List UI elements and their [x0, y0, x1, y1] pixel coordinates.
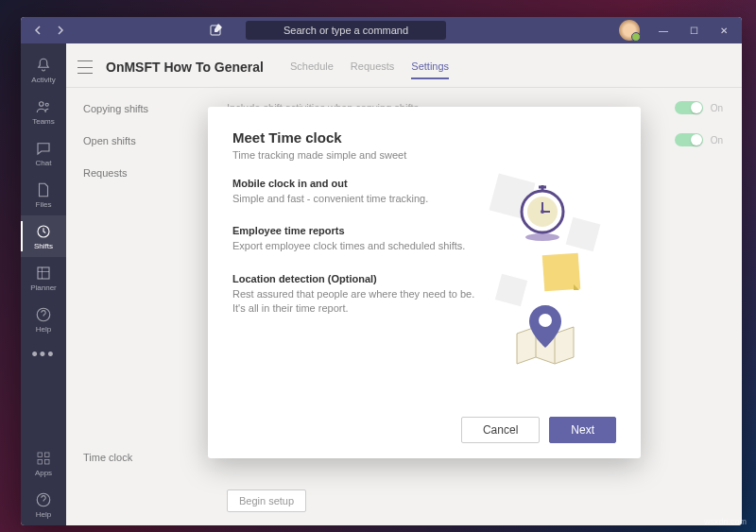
- rail-help-top[interactable]: Help: [21, 299, 66, 340]
- tab-requests[interactable]: Requests: [351, 55, 394, 79]
- teams-icon: [35, 98, 52, 115]
- page-header: OnMSFT How To General Schedule Requests …: [66, 43, 742, 88]
- rail-shifts[interactable]: Shifts: [21, 215, 66, 257]
- modal-title: Meet Time clock: [232, 129, 616, 146]
- toggle-copying-shifts[interactable]: [675, 101, 703, 114]
- nav-time-clock[interactable]: Time clock: [83, 452, 208, 463]
- begin-setup-button[interactable]: Begin setup: [227, 489, 306, 512]
- apps-icon: [35, 450, 52, 467]
- rail-apps[interactable]: Apps: [21, 442, 66, 484]
- chevron-left-icon: [34, 26, 42, 35]
- map-pin-icon: [512, 300, 578, 371]
- page-title: OnMSFT How To General: [106, 60, 264, 75]
- new-chat-button[interactable]: [210, 23, 223, 38]
- svg-rect-9: [45, 459, 50, 464]
- hamburger-button[interactable]: [77, 60, 93, 74]
- rail-help-bottom[interactable]: Help: [21, 484, 66, 525]
- svg-rect-4: [38, 267, 49, 279]
- section-heading: Employee time reports: [232, 225, 476, 236]
- close-button[interactable]: ✕: [710, 17, 738, 43]
- next-button[interactable]: Next: [549, 417, 616, 443]
- files-icon: [35, 181, 52, 198]
- modal-text-column: Mobile clock in and out Simple and fast …: [232, 178, 476, 407]
- section-body: Rest assured that people are where they …: [232, 287, 476, 317]
- toggle-state: On: [711, 135, 723, 146]
- bell-icon: [35, 57, 52, 74]
- rail-label: Apps: [35, 469, 52, 477]
- section-heading: Mobile clock in and out: [232, 178, 476, 189]
- chevron-right-icon: [57, 26, 64, 35]
- rail-label: Planner: [30, 283, 57, 292]
- nav-forward-button[interactable]: [51, 21, 70, 40]
- shifts-icon: [35, 223, 52, 240]
- section-body: Simple and fast - convenient time tracki…: [232, 192, 476, 206]
- modal-subtitle: Time tracking made simple and sweet: [232, 149, 616, 161]
- rail-planner[interactable]: Planner: [21, 257, 66, 299]
- titlebar: Search or type a command — ☐ ✕: [21, 17, 742, 43]
- minimize-button[interactable]: —: [649, 17, 678, 43]
- rail-activity[interactable]: Activity: [21, 49, 66, 91]
- section-body: Export employee clock times and schedule…: [232, 239, 476, 253]
- svg-point-2: [45, 103, 48, 106]
- tabs: Schedule Requests Settings: [290, 55, 449, 79]
- time-clock-intro-modal: Meet Time clock Time tracking made simpl…: [208, 107, 641, 458]
- svg-point-16: [539, 314, 552, 327]
- rail-label: Help: [36, 510, 51, 519]
- search-input[interactable]: Search or type a command: [246, 21, 446, 40]
- modal-actions: Cancel Next: [232, 417, 616, 443]
- svg-rect-8: [38, 459, 43, 464]
- rail-files[interactable]: Files: [21, 174, 66, 215]
- help-icon: [35, 306, 52, 323]
- tab-schedule[interactable]: Schedule: [290, 55, 334, 79]
- rail-label: Files: [36, 200, 52, 209]
- chat-icon: [35, 140, 52, 157]
- planner-icon: [35, 265, 52, 282]
- rail-more[interactable]: •••: [32, 340, 56, 369]
- settings-nav: Copying shifts Open shifts Requests Time…: [66, 88, 208, 525]
- toggle-state: On: [711, 103, 723, 113]
- section-heading: Location detection (Optional): [232, 273, 476, 284]
- compose-icon: [210, 23, 223, 36]
- svg-point-14: [541, 210, 544, 214]
- app-rail: Activity Teams Chat Files Shifts Planner: [21, 43, 66, 525]
- clock-icon: [517, 185, 569, 242]
- rail-label: Help: [36, 325, 51, 334]
- svg-point-11: [525, 233, 559, 241]
- rail-label: Shifts: [34, 242, 53, 250]
- rail-label: Activity: [31, 76, 55, 84]
- nav-copying-shifts[interactable]: Copying shifts: [83, 103, 208, 114]
- svg-rect-6: [38, 453, 43, 457]
- rail-teams[interactable]: Teams: [21, 91, 66, 132]
- cancel-button[interactable]: Cancel: [461, 417, 540, 443]
- toggle-open-shifts[interactable]: [675, 133, 703, 146]
- rail-label: Teams: [32, 117, 55, 126]
- nav-back-button[interactable]: [28, 21, 47, 40]
- modal-illustration: [484, 178, 616, 407]
- rail-chat[interactable]: Chat: [21, 132, 66, 174]
- svg-point-1: [40, 101, 44, 106]
- watermark: wsxdn.com: [704, 517, 747, 526]
- user-avatar[interactable]: [619, 20, 640, 41]
- rail-label: Chat: [36, 159, 52, 167]
- help-icon: [35, 491, 52, 508]
- nav-requests[interactable]: Requests: [83, 167, 208, 179]
- sticky-note-icon: [541, 251, 583, 294]
- nav-open-shifts[interactable]: Open shifts: [83, 135, 208, 146]
- tab-settings[interactable]: Settings: [411, 55, 449, 79]
- svg-rect-7: [45, 453, 50, 457]
- maximize-button[interactable]: ☐: [679, 17, 708, 43]
